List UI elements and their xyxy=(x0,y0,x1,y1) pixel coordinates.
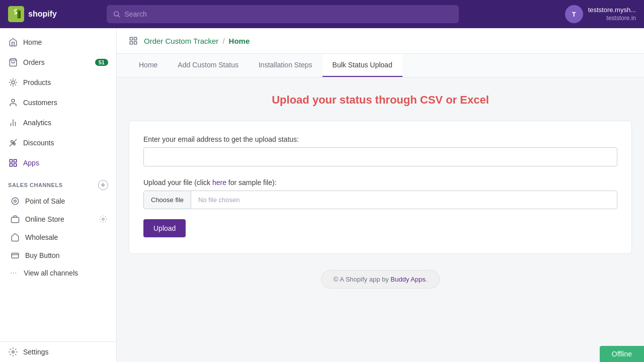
breadcrumb: Order Custom Tracker / Home xyxy=(117,28,644,54)
settings-icon xyxy=(8,347,18,357)
svg-point-9 xyxy=(11,141,14,143)
home-icon xyxy=(8,37,18,47)
tab-add-custom-status[interactable]: Add Custom Status xyxy=(168,54,249,77)
shopify-logo-icon xyxy=(8,6,24,22)
svg-point-4 xyxy=(12,81,15,84)
sidebar-item-customers-label: Customers xyxy=(23,99,57,107)
view-all-channels-link[interactable]: ··· View all channels xyxy=(0,264,116,282)
sidebar-item-buy-button-label: Buy Button xyxy=(25,251,60,259)
page-body: Upload your status through CSV or Excel … xyxy=(117,77,644,315)
buddy-apps-link[interactable]: Buddy Apps xyxy=(390,276,425,283)
logo-area: shopify xyxy=(8,6,99,22)
main-content: Order Custom Tracker / Home Home Add Cus… xyxy=(117,28,644,362)
upload-button[interactable]: Upload xyxy=(143,219,186,237)
sidebar-item-discounts-label: Discounts xyxy=(23,139,54,147)
file-label-prefix: Upload your file (click xyxy=(143,178,212,187)
sidebar-item-online-store-label: Online Store xyxy=(25,215,64,223)
products-icon xyxy=(8,77,18,87)
orders-badge: 51 xyxy=(95,59,108,66)
user-name: teststore.mysh... xyxy=(588,6,636,15)
layout: Home Orders 51 Products xyxy=(0,28,644,362)
sidebar-item-orders[interactable]: Orders 51 xyxy=(0,52,116,72)
sidebar-item-customers[interactable]: Customers xyxy=(0,93,116,113)
sidebar-item-pos[interactable]: Point of Sale xyxy=(0,192,116,210)
discounts-icon xyxy=(8,138,18,148)
svg-rect-18 xyxy=(12,217,19,223)
svg-rect-23 xyxy=(134,37,137,40)
sidebar-item-analytics-label: Analytics xyxy=(23,119,51,127)
user-text: teststore.mysh... teststore.in xyxy=(588,6,636,22)
search-icon xyxy=(113,10,120,18)
sidebar-item-settings-label: Settings xyxy=(23,348,49,356)
sample-file-link[interactable]: here xyxy=(212,178,226,187)
breadcrumb-app-link[interactable]: Order Custom Tracker xyxy=(144,37,218,45)
tabs-bar: Home Add Custom Status Installation Step… xyxy=(117,54,644,77)
breadcrumb-separator: / xyxy=(222,37,224,45)
svg-rect-22 xyxy=(130,37,132,40)
wholesale-icon xyxy=(10,232,20,242)
file-label-suffix: for sample file): xyxy=(226,178,277,187)
sidebar-item-products[interactable]: Products xyxy=(0,72,116,93)
sidebar-item-apps[interactable]: Apps xyxy=(0,153,116,173)
brand-name: shopify xyxy=(28,10,57,19)
upload-heading: Upload your status through CSV or Excel xyxy=(129,94,632,107)
apps-icon xyxy=(8,158,18,168)
svg-point-21 xyxy=(12,351,15,353)
svg-line-11 xyxy=(10,139,17,146)
sidebar-item-discounts[interactable]: Discounts xyxy=(0,133,116,153)
offline-badge: Offline xyxy=(600,346,644,362)
svg-rect-14 xyxy=(14,164,17,166)
svg-rect-20 xyxy=(12,253,19,258)
avatar: T xyxy=(565,5,583,23)
analytics-icon xyxy=(8,118,18,128)
sidebar-item-home[interactable]: Home xyxy=(0,32,116,52)
top-navigation: shopify T teststore.mysh... teststore.in xyxy=(0,0,644,28)
buy-button-icon xyxy=(10,250,20,260)
choose-file-button[interactable]: Choose file xyxy=(144,191,191,209)
svg-point-19 xyxy=(102,218,104,220)
sidebar-item-analytics[interactable]: Analytics xyxy=(0,113,116,133)
user-sub: teststore.in xyxy=(588,15,636,23)
svg-point-16 xyxy=(12,198,19,205)
sidebar-item-online-store[interactable]: Online Store xyxy=(0,210,116,228)
breadcrumb-current: Home xyxy=(229,37,250,45)
svg-rect-25 xyxy=(134,42,137,44)
sidebar-item-buy-button[interactable]: Buy Button xyxy=(0,246,116,264)
svg-rect-12 xyxy=(10,159,12,162)
footer-area: © A Shopify app by Buddy Apps. xyxy=(129,254,632,299)
online-store-gear-button[interactable] xyxy=(98,214,108,224)
sidebar-item-settings[interactable]: Settings xyxy=(0,341,116,362)
no-file-text: No file chosen xyxy=(191,191,247,209)
sidebar-navigation: Home Orders 51 Products xyxy=(0,28,116,286)
sidebar-item-wholesale[interactable]: Wholesale xyxy=(0,228,116,246)
sales-channels-label: SALES CHANNELS xyxy=(8,182,63,188)
email-label: Enter your email address to get the uplo… xyxy=(143,135,617,143)
search-input[interactable] xyxy=(124,10,453,18)
sidebar-item-pos-label: Point of Sale xyxy=(25,197,65,205)
sidebar-item-wholesale-label: Wholesale xyxy=(25,233,58,241)
tab-bulk-status-upload[interactable]: Bulk Status Upload xyxy=(323,54,403,77)
sales-channels-section: SALES CHANNELS + xyxy=(0,173,116,192)
file-input-wrapper: Choose file No file chosen xyxy=(143,191,617,209)
footer-suffix: . xyxy=(426,276,428,283)
svg-point-17 xyxy=(14,200,17,203)
online-store-icon xyxy=(10,214,20,224)
footer-badge: © A Shopify app by Buddy Apps. xyxy=(321,270,440,289)
add-sales-channel-button[interactable]: + xyxy=(98,180,108,190)
upload-card: Enter your email address to get the uplo… xyxy=(129,121,632,254)
email-input[interactable] xyxy=(143,147,617,166)
sidebar-item-products-label: Products xyxy=(23,78,51,86)
sidebar-item-apps-label: Apps xyxy=(23,159,39,167)
pos-icon xyxy=(10,196,20,206)
ellipsis-icon: ··· xyxy=(10,268,17,278)
sidebar-item-orders-label: Orders xyxy=(23,58,45,66)
svg-rect-15 xyxy=(10,164,12,166)
sidebar: Home Orders 51 Products xyxy=(0,28,117,362)
svg-rect-13 xyxy=(14,159,17,162)
tab-home[interactable]: Home xyxy=(129,54,168,77)
orders-icon xyxy=(8,57,18,67)
svg-point-5 xyxy=(12,99,15,102)
search-bar[interactable] xyxy=(107,5,459,23)
tab-installation-steps[interactable]: Installation Steps xyxy=(249,54,323,77)
sidebar-item-home-label: Home xyxy=(23,38,42,46)
